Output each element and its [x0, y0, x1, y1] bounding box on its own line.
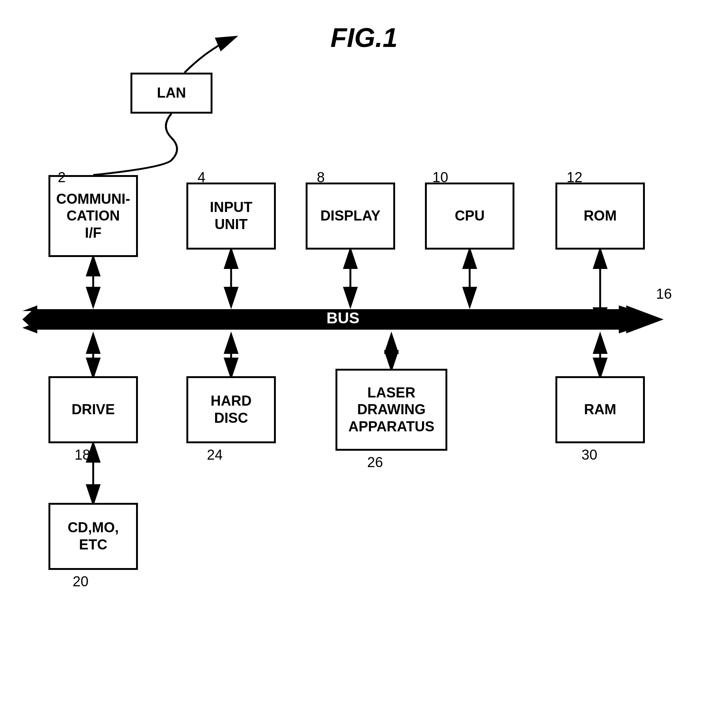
diagram-svg [0, 0, 728, 723]
box-comm-label: COMMUNI-CATIONI/F [56, 191, 130, 242]
box-display: DISPLAY [306, 183, 395, 250]
box-comm-if: COMMUNI-CATIONI/F [49, 175, 138, 257]
bus-shape: BUS [22, 305, 664, 333]
diagram: FIG.1 [0, 0, 728, 723]
ref-bus: 16 [656, 286, 672, 302]
bus-label: BUS [327, 309, 360, 327]
box-lan-label: LAN [157, 85, 186, 102]
box-display-label: DISPLAY [320, 207, 380, 224]
box-cpu-label: CPU [455, 207, 485, 224]
ref-input: 4 [197, 169, 205, 186]
box-cd-mo-label: CD,MO,ETC [67, 519, 119, 553]
box-laser: LASERDRAWINGAPPARATUS [335, 369, 447, 451]
box-rom-label: ROM [584, 207, 617, 224]
box-ram-label: RAM [584, 401, 616, 418]
box-input-label: INPUTUNIT [210, 199, 252, 233]
ref-laser: 26 [367, 455, 383, 470]
ref-rom: 12 [567, 169, 582, 186]
box-hard-disc-label: HARDDISC [211, 393, 252, 427]
figure-title: FIG.1 [330, 22, 398, 53]
ref-cpu: 10 [433, 169, 448, 186]
box-drive: DRIVE [49, 376, 138, 443]
box-hard-disc: HARDDISC [187, 376, 276, 443]
ref-hard-disc: 24 [207, 447, 223, 463]
box-ram: RAM [555, 376, 645, 443]
box-drive-label: DRIVE [72, 401, 115, 418]
box-rom: ROM [555, 183, 645, 250]
ref-ram: 30 [581, 447, 597, 463]
box-lan: LAN [130, 73, 213, 114]
box-cd-mo: CD,MO,ETC [49, 503, 138, 570]
box-laser-label: LASERDRAWINGAPPARATUS [349, 384, 434, 435]
ref-comm: 2 [58, 169, 66, 186]
ref-drive: 18 [75, 447, 90, 463]
box-input-unit: INPUTUNIT [187, 183, 276, 250]
box-cpu: CPU [425, 183, 514, 250]
ref-display: 8 [317, 169, 325, 186]
ref-cd-mo: 20 [73, 574, 88, 590]
